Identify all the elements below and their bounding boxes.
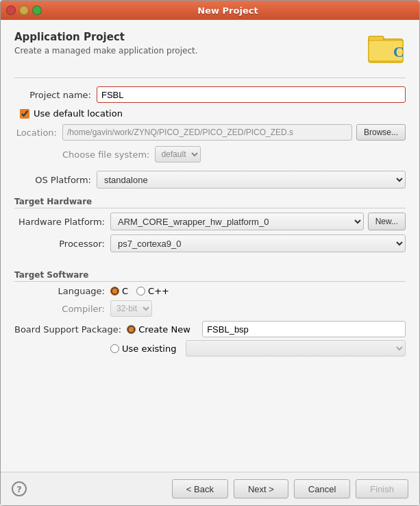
processor-label: Processor: — [14, 239, 110, 249]
window-title: New Project — [42, 5, 414, 16]
target-software-label: Target Software — [14, 270, 406, 282]
hw-platform-select[interactable]: ARM_CORE_wrapper_hw_platform_0 — [110, 213, 364, 230]
target-hardware-label: Target Hardware — [14, 197, 406, 208]
filesystem-row: Choose file system: default — [62, 146, 406, 162]
minimize-button[interactable] — [19, 5, 29, 15]
browse-button[interactable]: Browse... — [356, 124, 406, 141]
language-radio-group: C C++ — [110, 286, 169, 296]
compiler-row: Compiler: 32-bit — [14, 300, 406, 317]
page-header: Application Project Create a managed mak… — [14, 31, 406, 64]
new-hw-button[interactable]: New... — [368, 213, 406, 230]
project-name-input[interactable] — [97, 86, 406, 103]
lang-cpp-radio[interactable] — [136, 287, 145, 296]
hw-platform-label: Hardware Platform: — [14, 217, 110, 227]
os-platform-row: OS Platform: standalone — [14, 171, 406, 189]
bsp-existing-row: Use existing — [14, 340, 406, 357]
lang-c-radio[interactable] — [110, 287, 119, 296]
compiler-label: Compiler: — [14, 304, 110, 314]
os-platform-label: OS Platform: — [14, 175, 97, 185]
bsp-label: Board Support Package: — [14, 324, 127, 335]
lang-c-option: C — [110, 286, 128, 296]
os-platform-select[interactable]: standalone — [97, 171, 406, 189]
compiler-select[interactable]: 32-bit — [110, 300, 152, 317]
create-new-radio[interactable] — [127, 325, 136, 334]
location-label: Location: — [14, 128, 62, 138]
maximize-button[interactable] — [32, 5, 42, 15]
target-software-section: Target Software Language: C C++ Com — [14, 267, 406, 359]
use-existing-label: Use existing — [122, 344, 176, 354]
use-existing-radio[interactable] — [110, 344, 119, 353]
create-new-option: Create New — [127, 324, 202, 335]
close-button[interactable] — [6, 5, 16, 15]
project-name-row: Project name: — [14, 86, 406, 103]
use-existing-select[interactable] — [186, 340, 406, 357]
lang-c-label: C — [122, 286, 128, 296]
titlebar: New Project — [1, 1, 419, 20]
svg-text:C: C — [393, 43, 404, 60]
back-button[interactable]: < Back — [172, 479, 228, 498]
use-default-location-checkbox[interactable] — [20, 109, 29, 119]
folder-icon: C — [367, 31, 406, 64]
processor-select[interactable]: ps7_cortexa9_0 — [110, 234, 406, 252]
filesystem-label: Choose file system: — [62, 149, 149, 160]
lang-cpp-label: C++ — [148, 286, 169, 296]
use-existing-option: Use existing — [110, 344, 186, 354]
target-hardware-section: Target Hardware Hardware Platform: ARM_C… — [14, 194, 406, 256]
location-row: Location: Browse... — [14, 124, 406, 141]
default-location-row: Use default location — [20, 108, 406, 119]
header-divider — [14, 77, 406, 78]
window-controls — [6, 5, 42, 15]
hardware-platform-row: Hardware Platform: ARM_CORE_wrapper_hw_p… — [14, 213, 406, 230]
bsp-create-row: Board Support Package: Create New — [14, 321, 406, 337]
footer: ? < Back Next > Cancel Finish — [1, 472, 419, 505]
footer-buttons: < Back Next > Cancel Finish — [172, 479, 408, 498]
window: New Project Application Project Create a… — [0, 0, 420, 506]
lang-cpp-option: C++ — [136, 286, 169, 296]
main-content: Application Project Create a managed mak… — [1, 20, 419, 472]
processor-row: Processor: ps7_cortexa9_0 — [14, 234, 406, 252]
filesystem-select[interactable]: default — [155, 146, 201, 162]
page-title: Application Project — [14, 31, 198, 43]
location-input[interactable] — [62, 124, 352, 141]
bsp-name-input[interactable] — [202, 321, 406, 337]
next-button[interactable]: Next > — [234, 479, 288, 498]
language-row: Language: C C++ — [14, 286, 406, 296]
cancel-button[interactable]: Cancel — [294, 479, 350, 498]
project-name-label: Project name: — [14, 90, 97, 100]
create-new-label: Create New — [138, 324, 190, 335]
finish-button[interactable]: Finish — [356, 479, 408, 498]
help-button[interactable]: ? — [12, 481, 27, 496]
use-default-location-label: Use default location — [34, 108, 123, 119]
header-icon: C — [367, 31, 406, 64]
header-text: Application Project Create a managed mak… — [14, 31, 198, 56]
language-label: Language: — [14, 286, 110, 296]
page-subtitle: Create a managed make application projec… — [14, 46, 198, 56]
